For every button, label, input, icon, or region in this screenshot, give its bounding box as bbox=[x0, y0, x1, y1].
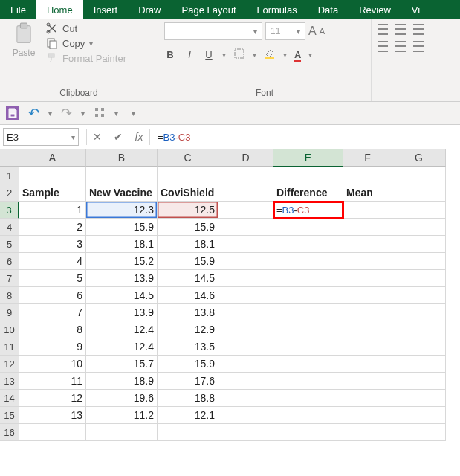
align-left-button[interactable] bbox=[378, 41, 388, 52]
cell[interactable]: New Vaccine bbox=[86, 184, 158, 202]
tab-data[interactable]: Data bbox=[308, 0, 349, 19]
row-header[interactable]: 11 bbox=[0, 338, 19, 356]
cancel-button[interactable]: ✕ bbox=[87, 131, 108, 143]
tab-file[interactable]: File bbox=[0, 0, 36, 19]
borders-button[interactable] bbox=[233, 48, 245, 62]
cell[interactable] bbox=[218, 390, 273, 407]
cell[interactable] bbox=[343, 424, 392, 441]
cell[interactable] bbox=[273, 304, 343, 321]
cell[interactable]: 18.1 bbox=[86, 236, 158, 253]
cell[interactable] bbox=[273, 219, 343, 236]
cell[interactable] bbox=[218, 236, 273, 253]
font-size-select[interactable]: 11▾ bbox=[265, 22, 305, 40]
row-header[interactable]: 9 bbox=[0, 304, 19, 321]
cell-ref-B3[interactable]: 12.3 bbox=[86, 202, 158, 219]
copy-button[interactable]: Copy ▾ bbox=[46, 37, 126, 49]
tab-view-partial[interactable]: Vi bbox=[401, 0, 430, 19]
cell[interactable] bbox=[218, 202, 273, 219]
cell[interactable] bbox=[273, 390, 343, 407]
cell[interactable]: 18.9 bbox=[86, 373, 158, 390]
cell[interactable] bbox=[273, 167, 343, 184]
cell-ref-C3[interactable]: 12.5 bbox=[158, 202, 218, 219]
cell[interactable] bbox=[392, 407, 446, 424]
insert-function-button[interactable]: fx bbox=[129, 131, 149, 143]
cell[interactable] bbox=[218, 338, 273, 356]
cell[interactable]: 8 bbox=[19, 321, 86, 338]
italic-button[interactable]: I bbox=[184, 49, 195, 60]
cell[interactable]: 13.9 bbox=[86, 270, 158, 287]
cell[interactable]: 12.9 bbox=[158, 321, 218, 338]
cell[interactable] bbox=[218, 407, 273, 424]
cell[interactable] bbox=[86, 424, 158, 441]
cell[interactable]: Mean bbox=[343, 184, 392, 202]
cell[interactable]: 9 bbox=[19, 338, 86, 356]
cell[interactable]: 14.5 bbox=[86, 287, 158, 304]
cell[interactable]: 15.2 bbox=[86, 253, 158, 270]
cell[interactable]: 12.4 bbox=[86, 338, 158, 356]
cell[interactable]: 15.7 bbox=[86, 356, 158, 373]
col-header-C[interactable]: C bbox=[158, 149, 218, 167]
row-header[interactable]: 5 bbox=[0, 236, 19, 253]
cell[interactable] bbox=[392, 287, 446, 304]
align-bottom-button[interactable] bbox=[413, 24, 424, 35]
cell[interactable] bbox=[392, 356, 446, 373]
name-box[interactable]: E3 ▾ bbox=[3, 128, 79, 146]
cell[interactable]: CoviShield bbox=[158, 184, 218, 202]
cell[interactable] bbox=[392, 321, 446, 338]
qat-customize-button[interactable]: ▾ bbox=[132, 109, 135, 118]
cell[interactable] bbox=[392, 184, 446, 202]
row-header[interactable]: 7 bbox=[0, 270, 19, 287]
cell[interactable]: 3 bbox=[19, 236, 86, 253]
cell[interactable] bbox=[392, 338, 446, 356]
cell[interactable] bbox=[392, 236, 446, 253]
tab-page-layout[interactable]: Page Layout bbox=[172, 0, 247, 19]
bold-button[interactable]: B bbox=[164, 49, 176, 60]
cell[interactable] bbox=[19, 167, 86, 184]
row-header[interactable]: 16 bbox=[0, 424, 19, 441]
font-color-button[interactable]: A bbox=[294, 49, 301, 60]
enter-button[interactable]: ✔ bbox=[108, 131, 129, 143]
cell[interactable]: 10 bbox=[19, 356, 86, 373]
col-header-A[interactable]: A bbox=[19, 149, 86, 167]
touch-mode-button[interactable] bbox=[94, 106, 106, 120]
cell[interactable]: 19.6 bbox=[86, 390, 158, 407]
cell[interactable]: 12.1 bbox=[158, 407, 218, 424]
cell[interactable] bbox=[392, 219, 446, 236]
row-header[interactable]: 13 bbox=[0, 373, 19, 390]
cell[interactable] bbox=[343, 356, 392, 373]
cell[interactable] bbox=[343, 236, 392, 253]
cell[interactable] bbox=[343, 202, 392, 219]
fill-color-button[interactable] bbox=[264, 48, 276, 62]
worksheet-grid[interactable]: A B C D E F G 1 2 Sample New Vaccine Cov… bbox=[0, 149, 460, 441]
align-center-button[interactable] bbox=[395, 41, 406, 52]
cell[interactable] bbox=[392, 373, 446, 390]
row-header[interactable]: 10 bbox=[0, 321, 19, 338]
cell[interactable] bbox=[218, 253, 273, 270]
cut-button[interactable]: Cut bbox=[46, 22, 126, 34]
cell[interactable] bbox=[392, 304, 446, 321]
cell[interactable] bbox=[19, 424, 86, 441]
cell[interactable] bbox=[273, 287, 343, 304]
cell[interactable] bbox=[273, 373, 343, 390]
row-header[interactable]: 8 bbox=[0, 287, 19, 304]
cell[interactable]: 12.4 bbox=[86, 321, 158, 338]
row-header[interactable]: 12 bbox=[0, 356, 19, 373]
cell[interactable] bbox=[343, 321, 392, 338]
undo-button[interactable]: ↶ bbox=[28, 105, 39, 121]
cell[interactable] bbox=[218, 270, 273, 287]
cell[interactable] bbox=[392, 390, 446, 407]
cell[interactable]: 13.5 bbox=[158, 338, 218, 356]
row-header[interactable]: 4 bbox=[0, 219, 19, 236]
row-header[interactable]: 15 bbox=[0, 407, 19, 424]
font-name-select[interactable]: ▾ bbox=[164, 22, 262, 40]
cell[interactable] bbox=[218, 304, 273, 321]
row-header[interactable]: 14 bbox=[0, 390, 19, 407]
paste-button[interactable]: Paste bbox=[6, 22, 42, 58]
underline-button[interactable]: U bbox=[203, 49, 215, 60]
cell[interactable] bbox=[343, 219, 392, 236]
cell[interactable] bbox=[273, 407, 343, 424]
cell[interactable]: 15.9 bbox=[86, 219, 158, 236]
cell[interactable] bbox=[218, 167, 273, 184]
cell[interactable]: 12 bbox=[19, 390, 86, 407]
cell[interactable] bbox=[392, 202, 446, 219]
